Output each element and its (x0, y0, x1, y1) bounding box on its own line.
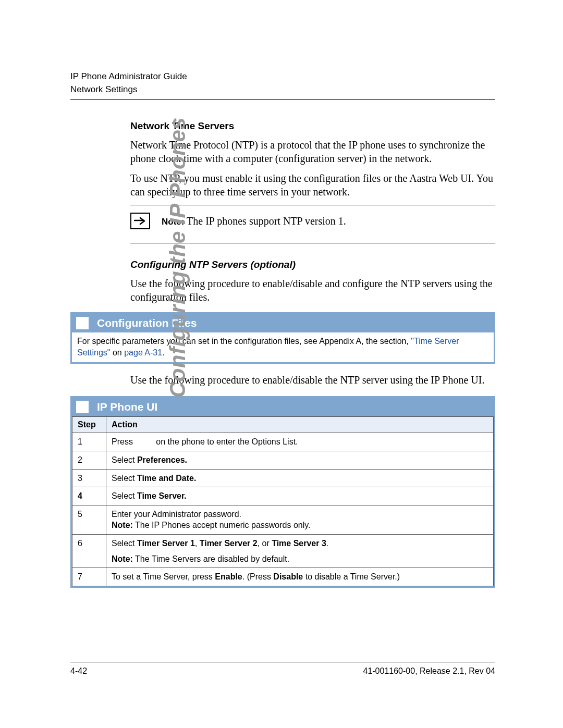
table-row: 1 Press on the phone to enter the Option… (72, 433, 494, 451)
page-number: 4-42 (70, 667, 87, 676)
step-mid: . (Press (242, 572, 274, 581)
step-bold: Timer Server 2 (200, 539, 258, 548)
page-footer: 4-42 41-001160-00, Release 2.1, Rev 04 (70, 662, 495, 676)
note-label: Note: (112, 521, 133, 529)
page-header: IP Phone Administrator Guide Network Set… (70, 70, 495, 100)
note-label: Note: (112, 554, 133, 563)
table-row: 5 Enter your Administrator password. Not… (72, 505, 494, 534)
ui-panel-header: IP Phone UI (72, 398, 494, 416)
panel-icon-placeholder (76, 317, 89, 329)
link-page-a31[interactable]: page A-31 (124, 348, 162, 357)
step-action: Enter your Administrator password. Note:… (106, 505, 494, 534)
step-num: 6 (72, 535, 106, 568)
step-suffix: on the phone to enter the Options List. (154, 437, 298, 446)
step-action: Select Preferences. (106, 451, 494, 470)
step-num: 5 (72, 505, 106, 534)
table-row: 6 Select Timer Server 1, Timer Server 2,… (72, 535, 494, 568)
step-action: Select Time and Date. (106, 469, 494, 487)
footer-rule (70, 662, 495, 662)
step-line: Enter your Administrator password. (112, 509, 488, 520)
table-row: 4 Select Time Server. (72, 487, 494, 505)
steps-table: Step Action 1 Press on the phone to ente… (72, 416, 494, 586)
document-page: IP Phone Administrator Guide Network Set… (0, 0, 563, 728)
step-prefix: Select (112, 491, 137, 500)
header-line-2: Network Settings (70, 83, 495, 96)
table-row: 3 Select Time and Date. (72, 469, 494, 487)
step-num: 1 (72, 433, 106, 451)
step-mid: , (195, 539, 200, 548)
step-prefix: Select (112, 455, 137, 464)
table-header-row: Step Action (72, 417, 494, 433)
doc-id: 41-001160-00, Release 2.1, Rev 04 (363, 667, 495, 676)
step-bold: Time and Date. (137, 474, 197, 483)
config-panel-header: Configuration Files (72, 314, 494, 332)
side-chapter-label: Configuring the IP Phones (165, 117, 190, 398)
step-suffix: to disable a Time Server.) (303, 572, 400, 581)
step-action: To set a Time Server, press Enable. (Pre… (106, 568, 494, 586)
col-action: Action (106, 417, 494, 433)
step-bold: Enable (215, 572, 242, 581)
note-text: The IP Phones accept numeric passwords o… (133, 521, 311, 529)
col-step: Step (72, 417, 106, 433)
step-num: 2 (72, 451, 106, 470)
config-panel-body: For specific parameters you can set in t… (72, 332, 494, 362)
table-row: 7 To set a Time Server, press Enable. (P… (72, 568, 494, 586)
step-mid: , or (258, 539, 272, 548)
panel-icon-placeholder (76, 401, 89, 413)
header-rule (70, 99, 495, 100)
step-prefix: To set a Time Server, press (112, 572, 215, 581)
step-bold: Time Server. (137, 491, 187, 500)
step-action: Select Time Server. (106, 487, 494, 505)
step-bold: Preferences. (137, 455, 187, 464)
header-line-1: IP Phone Administrator Guide (70, 70, 495, 83)
step-num: 7 (72, 568, 106, 586)
step-action: Select Timer Server 1, Timer Server 2, o… (106, 535, 494, 568)
step-num: 4 (72, 487, 106, 505)
step-bold: Disable (273, 572, 303, 581)
arrow-right-icon (130, 213, 150, 229)
step-bold: Time Server 3 (272, 539, 326, 548)
step-prefix: Select (112, 474, 137, 483)
row-gap (112, 549, 488, 553)
step-note: Note: The Time Servers are disabled by d… (112, 553, 488, 565)
step-action: Press on the phone to enter the Options … (106, 433, 494, 451)
config-body-suffix: . (162, 348, 164, 357)
config-files-panel: Configuration Files For specific paramet… (70, 312, 495, 364)
note-text: The Time Servers are disabled by default… (133, 554, 289, 563)
step-suffix: . (326, 539, 328, 548)
step-prefix: Press (112, 437, 133, 446)
footer-row: 4-42 41-001160-00, Release 2.1, Rev 04 (70, 667, 495, 676)
note-body: The IP phones support NTP version 1. (184, 215, 346, 227)
config-body-mid: on (111, 348, 125, 357)
steps-body: 1 Press on the phone to enter the Option… (72, 433, 494, 586)
step-num: 3 (72, 469, 106, 487)
step-line: Select Timer Server 1, Timer Server 2, o… (112, 538, 488, 549)
ui-panel-title: IP Phone UI (97, 401, 157, 413)
step-bold: Timer Server 1 (137, 539, 195, 548)
table-row: 2 Select Preferences. (72, 451, 494, 470)
step-prefix: Select (112, 539, 137, 548)
step-note: Note: The IP Phones accept numeric passw… (112, 520, 488, 531)
config-body-prefix: For specific parameters you can set in t… (77, 337, 411, 346)
ip-phone-ui-panel: IP Phone UI Step Action 1 Press on the p… (70, 396, 495, 587)
